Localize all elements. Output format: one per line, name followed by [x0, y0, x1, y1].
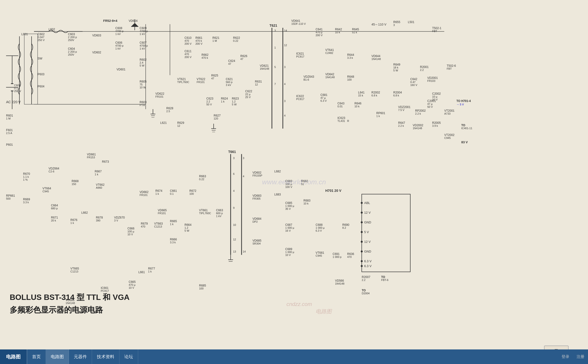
nav-logo: 电路图 — [0, 349, 27, 364]
svg-text:cndzz.com: cndzz.com — [286, 301, 312, 307]
svg-text:FR52-9×4: FR52-9×4 — [103, 19, 118, 23]
svg-text:7: 7 — [274, 83, 276, 85]
svg-text:1 k: 1 k — [155, 192, 159, 195]
svg-text:1: 1 — [274, 46, 276, 49]
svg-text:R667: R667 — [95, 170, 102, 173]
svg-text:6: 6 — [233, 172, 235, 175]
circuit-image-area: www.eeworld.com.cn AC 220 V L601 — [0, 0, 588, 364]
svg-text:R674: R674 — [155, 189, 162, 193]
nav-login[interactable]: 登录 — [558, 349, 573, 364]
svg-text:C608: C608 — [115, 26, 122, 30]
svg-text:200 V: 200 V — [185, 56, 192, 59]
nav-item-components[interactable]: 元器件 — [69, 349, 92, 364]
svg-text:2.2: 2.2 — [420, 68, 424, 71]
svg-text:R646: R646 — [354, 102, 361, 105]
svg-text:AC 220 V: AC 220 V — [6, 100, 21, 104]
nav-item-docs[interactable]: 技术资料 — [92, 349, 119, 364]
svg-text:A960: A960 — [96, 186, 102, 189]
svg-point-312 — [361, 212, 363, 214]
svg-point-313 — [361, 221, 363, 223]
svg-text:ABL: ABL — [364, 201, 370, 205]
svg-text:IC623: IC623 — [337, 116, 345, 120]
svg-text:R685: R685 — [199, 284, 206, 287]
svg-text:C664: C664 — [51, 204, 58, 207]
svg-text:FR153: FR153 — [87, 156, 95, 159]
svg-text:C666: C666 — [127, 227, 134, 230]
svg-text:0.22: 0.22 — [199, 178, 204, 181]
svg-text:47 µ: 47 µ — [427, 102, 433, 105]
svg-text:1 k: 1 k — [148, 270, 152, 273]
svg-text:R627: R627 — [214, 114, 221, 117]
svg-text:25 V: 25 V — [245, 96, 251, 99]
svg-text:电路图: 电路图 — [316, 308, 332, 314]
nav-item-forum[interactable]: 论坛 — [119, 349, 138, 364]
nav-register[interactable]: 注册 — [573, 349, 588, 364]
svg-text:3 kV: 3 kV — [226, 84, 231, 86]
svg-text:C2482: C2482 — [325, 51, 333, 54]
svg-text:1N4148: 1N4148 — [335, 282, 344, 285]
svg-text:VT2002: VT2002 — [444, 133, 454, 137]
svg-text:L682: L682 — [274, 170, 281, 173]
title-area: BOLLUS BST-314 型 TTL 和 VGA 多频彩色显示器的电源电路 — [10, 292, 130, 315]
svg-text:1 k: 1 k — [376, 115, 380, 118]
svg-text:6.8 k: 6.8 k — [371, 94, 377, 97]
svg-text:3: 3 — [393, 24, 395, 26]
title-line2: 多频彩色显示器的电源电路 — [10, 305, 130, 315]
svg-text:1N4148: 1N4148 — [413, 127, 422, 130]
svg-text:47 µ: 47 µ — [320, 96, 326, 99]
svg-text:2.2: 2.2 — [206, 100, 210, 103]
svg-text:C2-6: C2-6 — [49, 170, 54, 173]
svg-text:RP601: RP601 — [376, 111, 385, 115]
svg-text:VD684: VD684 — [252, 217, 261, 220]
svg-text:P601: P601 — [6, 143, 13, 146]
svg-text:D2004: D2004 — [362, 292, 370, 295]
svg-text:500: 500 — [6, 197, 10, 200]
svg-text:C661: C661 — [170, 189, 177, 193]
svg-text:C623: C623 — [206, 97, 213, 100]
svg-text:VDZ664: VDZ664 — [49, 167, 59, 170]
svg-text:1 kV: 1 kV — [216, 215, 222, 218]
svg-text:83 V: 83 V — [461, 140, 468, 144]
svg-text:0.047: 0.047 — [38, 36, 44, 39]
svg-text:100 µ: 100 µ — [127, 230, 134, 233]
svg-text:100: 100 — [199, 287, 203, 290]
svg-text:3.3 k: 3.3 k — [23, 201, 29, 204]
svg-text:470 k: 470 k — [202, 56, 208, 59]
svg-text:R672: R672 — [189, 189, 196, 193]
svg-text:470 k: 470 k — [195, 39, 202, 42]
svg-text:3.9 k: 3.9 k — [432, 124, 438, 127]
svg-text:VT2001: VT2001 — [444, 109, 454, 112]
svg-text:R648: R648 — [347, 75, 354, 78]
svg-text:8.2: 8.2 — [342, 226, 346, 229]
svg-text:560 p: 560 p — [226, 81, 233, 84]
nav-item-circuit[interactable]: 电路图 — [46, 349, 69, 364]
svg-text:2.2: 2.2 — [362, 279, 365, 281]
svg-text:R671: R671 — [51, 216, 58, 219]
svg-text:1 kV: 1 kV — [115, 47, 121, 50]
svg-text:VD641: VD641 — [291, 19, 300, 23]
svg-text:1.1 k: 1.1 k — [23, 175, 29, 178]
svg-text:0.47: 0.47 — [410, 81, 415, 84]
svg-text:13: 13 — [233, 250, 236, 253]
svg-text:VD642: VD642 — [325, 73, 334, 76]
svg-text:R601: R601 — [6, 114, 13, 117]
svg-text:C945: C945 — [316, 254, 322, 257]
svg-text:R2002: R2002 — [371, 91, 380, 94]
svg-text:C622: C622 — [245, 90, 252, 93]
svg-text:R661: R661 — [195, 36, 202, 40]
svg-text:L662: L662 — [81, 211, 88, 214]
svg-text:1.2: 1.2 — [185, 226, 188, 229]
nav-item-home[interactable]: 首页 — [27, 349, 46, 364]
svg-text:47: 47 — [211, 77, 214, 80]
svg-text:12: 12 — [255, 83, 258, 86]
svg-text:4700 p: 4700 p — [140, 30, 148, 33]
svg-text:C665: C665 — [129, 280, 136, 284]
svg-text:0.1: 0.1 — [170, 192, 174, 195]
svg-text:2 200 p: 2 200 p — [68, 36, 77, 39]
svg-text:C641: C641 — [316, 28, 323, 31]
svg-text:GND: GND — [364, 250, 371, 253]
svg-text:5 W: 5 W — [140, 64, 144, 67]
svg-text:1 000 µ: 1 000 µ — [316, 226, 325, 229]
svg-text:R622: R622 — [233, 36, 240, 40]
svg-text:2.2 k: 2.2 k — [398, 124, 404, 127]
